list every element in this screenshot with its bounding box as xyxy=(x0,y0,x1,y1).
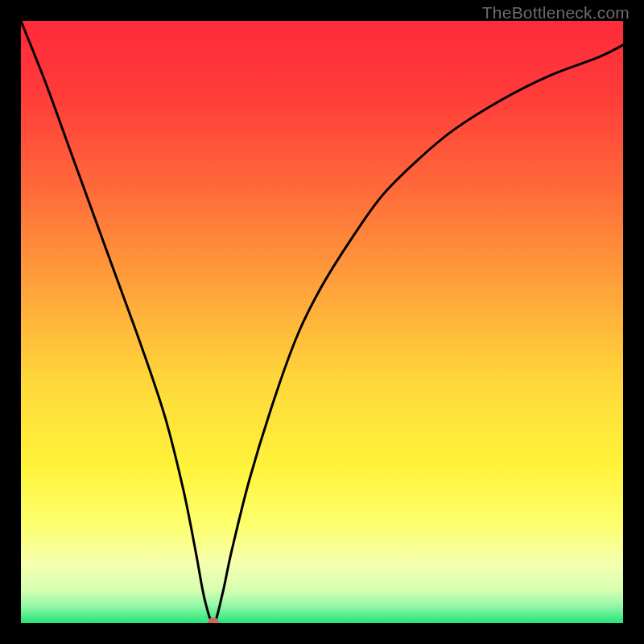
watermark-text: TheBottleneck.com xyxy=(482,3,630,23)
optimal-point-marker xyxy=(208,617,219,623)
chart-frame: TheBottleneck.com xyxy=(0,0,644,644)
plot-area xyxy=(21,21,623,623)
bottleneck-curve xyxy=(21,21,623,623)
